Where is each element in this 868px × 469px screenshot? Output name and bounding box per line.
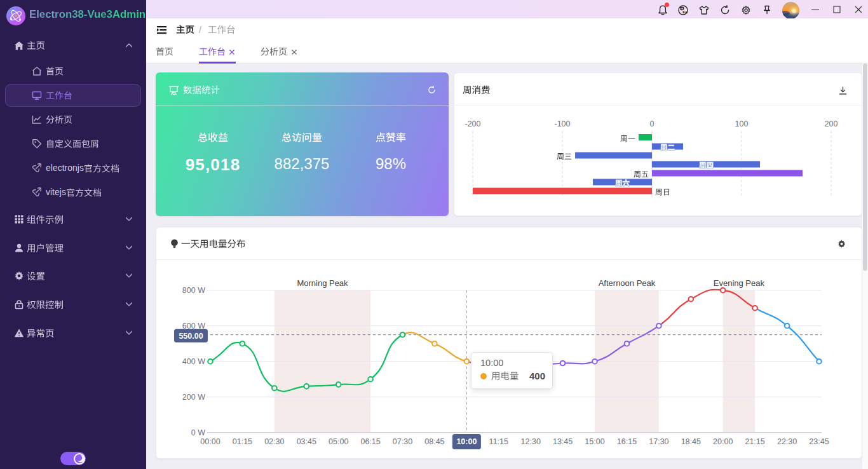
svg-text:13:45: 13:45 xyxy=(553,437,573,446)
svg-text:-100: -100 xyxy=(554,119,570,128)
svg-text:400 W: 400 W xyxy=(182,357,205,366)
svg-text:16:15: 16:15 xyxy=(617,437,637,446)
svg-text:0 W: 0 W xyxy=(191,428,205,437)
svg-text:11:15: 11:15 xyxy=(489,437,508,446)
svg-text:00:00: 00:00 xyxy=(200,437,220,446)
svg-text:17:30: 17:30 xyxy=(649,437,668,446)
svg-text:200 W: 200 W xyxy=(182,393,205,402)
svg-text:15:00: 15:00 xyxy=(585,437,604,446)
svg-text:En: En xyxy=(682,10,688,14)
svg-text:200: 200 xyxy=(825,119,838,128)
svg-text:800 W: 800 W xyxy=(182,286,205,295)
svg-text:12:30: 12:30 xyxy=(521,437,541,446)
svg-text:06:15: 06:15 xyxy=(360,437,380,446)
svg-text:18:45: 18:45 xyxy=(681,437,701,446)
svg-text:550.00: 550.00 xyxy=(179,332,203,341)
svg-text:Afternoon Peak: Afternoon Peak xyxy=(599,278,656,288)
svg-text:100: 100 xyxy=(735,119,749,128)
svg-text:05:00: 05:00 xyxy=(329,437,348,446)
svg-text:02:30: 02:30 xyxy=(264,437,284,446)
svg-text:22:30: 22:30 xyxy=(777,437,797,446)
svg-text:20:00: 20:00 xyxy=(713,437,733,446)
svg-text:03:45: 03:45 xyxy=(297,437,316,446)
svg-text:01:15: 01:15 xyxy=(233,437,252,446)
svg-text:-200: -200 xyxy=(465,119,480,128)
svg-text:08:45: 08:45 xyxy=(424,437,444,446)
svg-text:0: 0 xyxy=(650,119,654,128)
svg-text:07:30: 07:30 xyxy=(393,437,412,446)
svg-text:21:15: 21:15 xyxy=(745,437,764,446)
svg-text:23:45: 23:45 xyxy=(809,437,829,446)
svg-text:Morning Peak: Morning Peak xyxy=(297,278,348,288)
svg-text:10:00: 10:00 xyxy=(456,437,477,446)
svg-text:Evening Peak: Evening Peak xyxy=(714,278,765,288)
